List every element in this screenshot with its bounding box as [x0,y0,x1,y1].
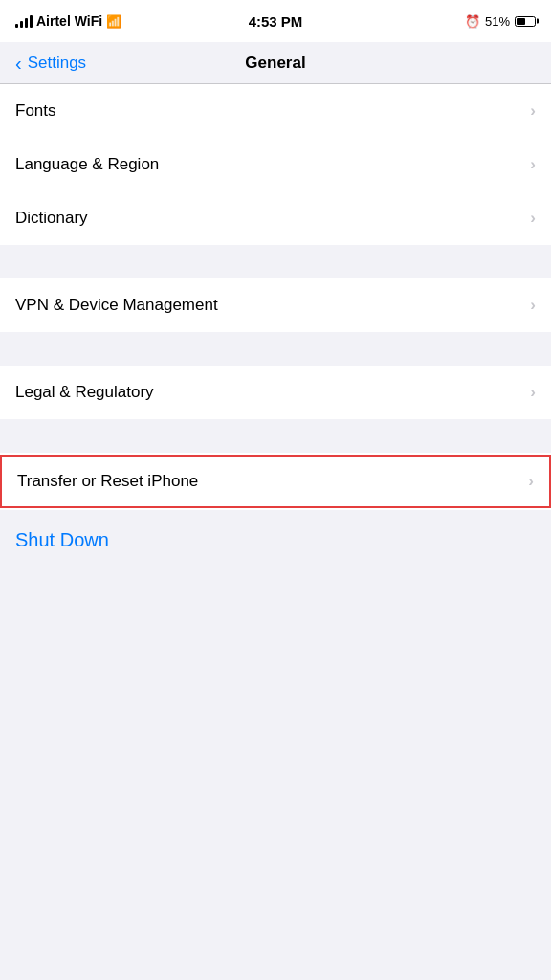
language-region-label: Language & Region [15,155,159,174]
section-divider-3 [0,419,551,453]
back-button-label: Settings [28,54,86,73]
section-group-2: VPN & Device Management › [0,278,551,332]
carrier-info: Airtel WiFi 📶 [15,13,121,29]
list-item-transfer-reset[interactable]: Transfer or Reset iPhone › [0,455,551,508]
fonts-label: Fonts [15,101,56,121]
back-chevron-icon: ‹ [15,54,22,73]
list-item-dictionary[interactable]: Dictionary › [0,191,551,245]
chevron-right-icon: › [530,383,536,402]
section-divider-2 [0,332,551,366]
page-title: General [245,54,305,73]
chevron-right-icon: › [530,296,536,315]
list-item-vpn[interactable]: VPN & Device Management › [0,278,551,332]
alarm-icon: ⏰ [465,14,480,29]
battery-area: ⏰ 51% [465,14,536,29]
settings-content: Fonts › Language & Region › Dictionary ›… [0,84,551,570]
legal-label: Legal & Regulatory [15,383,154,402]
battery-icon [515,16,536,27]
list-item-language-region[interactable]: Language & Region › [0,138,551,191]
vpn-label: VPN & Device Management [15,296,218,315]
chevron-right-icon: › [530,101,536,121]
dictionary-label: Dictionary [15,209,88,228]
list-item-legal[interactable]: Legal & Regulatory › [0,366,551,419]
back-button[interactable]: ‹ Settings [15,54,86,73]
section-group-3: Legal & Regulatory › [0,366,551,419]
chevron-right-icon: › [528,472,534,491]
status-bar: Airtel WiFi 📶 4:53 PM ⏰ 51% [0,0,551,42]
list-item-fonts[interactable]: Fonts › [0,84,551,138]
section-divider-1 [0,245,551,278]
transfer-reset-label: Transfer or Reset iPhone [17,472,198,491]
signal-icon [15,14,33,28]
section-group-1: Fonts › Language & Region › Dictionary › [0,84,551,245]
shut-down-button[interactable]: Shut Down [15,529,109,551]
battery-percent: 51% [485,14,510,29]
carrier-label: Airtel WiFi [36,13,102,29]
shut-down-section: Shut Down [0,510,551,570]
chevron-right-icon: › [530,209,536,228]
chevron-right-icon: › [530,155,536,174]
nav-bar: ‹ Settings General [0,42,551,84]
status-time: 4:53 PM [249,13,303,30]
section-group-4: Transfer or Reset iPhone › [0,453,551,510]
wifi-icon: 📶 [106,14,121,29]
